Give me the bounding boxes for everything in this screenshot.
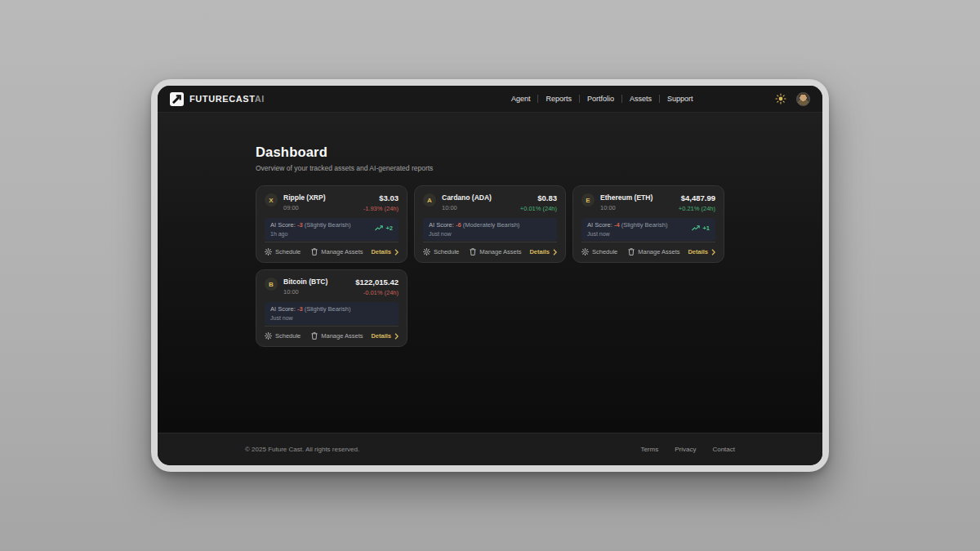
details-button[interactable]: Details: [529, 248, 557, 256]
trend-value: +1: [702, 224, 710, 232]
trending-up-icon: [375, 225, 383, 231]
footer: © 2025 Future Cast. All rights reserved.…: [158, 433, 822, 465]
manage-assets-button[interactable]: Manage Assets: [628, 248, 679, 256]
chevron-right-icon: [553, 249, 557, 256]
asset-price: $122,015.42: [355, 278, 399, 287]
asset-change: -0.01% (24h): [355, 289, 399, 296]
asset-price: $4,487.99: [679, 193, 715, 202]
footer-link-contact[interactable]: Contact: [712, 446, 735, 453]
card-actions: Schedule Manage Assets Details: [265, 242, 399, 256]
asset-meta: Bitcoin (BTC) 10:00: [283, 278, 327, 295]
main-content: Dashboard Overview of your tracked asset…: [158, 113, 822, 433]
manage-label: Manage Assets: [638, 248, 679, 256]
ai-sentiment: (Moderately Bearish): [463, 221, 520, 229]
ai-updated: 1h ago: [270, 231, 350, 237]
details-label: Details: [688, 248, 708, 256]
ai-score-line: AI Score: -3 (Slightly Bearish): [270, 221, 350, 229]
card-header: E Ethereum (ETH) 10:00 $4,487.99 +0.21% …: [581, 193, 715, 212]
ai-updated: Just now: [429, 231, 519, 237]
nav-item-support[interactable]: Support: [660, 95, 701, 103]
card-actions: Schedule Manage Assets Details: [581, 242, 715, 256]
chevron-right-icon: [711, 249, 715, 256]
chevron-right-icon: [394, 249, 399, 256]
trend-badge: +1: [692, 221, 710, 232]
footer-links: Terms Privacy Contact: [640, 446, 735, 453]
details-label: Details: [371, 248, 391, 256]
ai-score-block: AI Score: -3 (Slightly Bearish) 1h ago: [270, 221, 350, 237]
header-actions: [775, 92, 810, 106]
main-nav: Agent Reports Portfolio Assets Support: [504, 95, 701, 103]
schedule-label: Schedule: [275, 332, 301, 340]
asset-card: X Ripple (XRP) 09:00 $3.03 -1.93% (24h) …: [256, 185, 408, 263]
trend-badge: +2: [375, 221, 393, 232]
ai-score-label: AI Score:: [587, 221, 614, 229]
ai-score-line: AI Score: -6 (Moderately Bearish): [429, 221, 519, 229]
manage-label: Manage Assets: [479, 248, 521, 256]
card-header: B Bitcoin (BTC) 10:00 $122,015.42 -0.01%…: [265, 278, 399, 296]
asset-card: B Bitcoin (BTC) 10:00 $122,015.42 -0.01%…: [256, 269, 408, 347]
footer-link-terms[interactable]: Terms: [640, 446, 658, 453]
ai-score-value: -3: [297, 305, 303, 313]
ai-score-block: AI Score: -4 (Slightly Bearish) Just now: [587, 221, 667, 237]
nav-item-reports[interactable]: Reports: [538, 95, 579, 103]
asset-name: Ethereum (ETH): [600, 193, 653, 202]
details-button[interactable]: Details: [371, 248, 399, 256]
asset-name: Bitcoin (BTC): [283, 278, 327, 286]
schedule-button[interactable]: Schedule: [265, 248, 301, 256]
schedule-label: Schedule: [434, 248, 459, 256]
asset-change: -1.93% (24h): [363, 205, 399, 212]
cards-grid: X Ripple (XRP) 09:00 $3.03 -1.93% (24h) …: [256, 185, 724, 347]
manage-assets-button[interactable]: Manage Assets: [470, 248, 521, 256]
ai-score-block: AI Score: -6 (Moderately Bearish) Just n…: [429, 221, 519, 237]
manage-assets-button[interactable]: Manage Assets: [311, 248, 363, 256]
asset-initial-badge: B: [265, 278, 278, 291]
details-button[interactable]: Details: [371, 332, 399, 340]
schedule-button[interactable]: Schedule: [581, 248, 617, 256]
sun-icon[interactable]: [775, 93, 786, 104]
nav-item-agent[interactable]: Agent: [504, 95, 538, 103]
asset-change: +0.21% (24h): [679, 205, 715, 212]
app-window: FUTURECASTAI Agent Reports Portfolio Ass…: [158, 86, 822, 465]
schedule-button[interactable]: Schedule: [423, 248, 459, 256]
user-avatar[interactable]: [796, 92, 810, 106]
device-frame: FUTURECASTAI Agent Reports Portfolio Ass…: [151, 79, 829, 472]
price-block: $3.03 -1.93% (24h): [363, 193, 399, 212]
schedule-label: Schedule: [275, 248, 301, 256]
brand-logo[interactable]: FUTURECASTAI: [170, 92, 265, 106]
manage-assets-button[interactable]: Manage Assets: [311, 332, 363, 340]
schedule-label: Schedule: [592, 248, 617, 256]
brand-name: FUTURECASTAI: [189, 94, 265, 104]
ai-score-line: AI Score: -3 (Slightly Bearish): [270, 305, 350, 313]
ai-score-value: -3: [297, 221, 303, 229]
price-block: $4,487.99 +0.21% (24h): [679, 193, 715, 212]
manage-label: Manage Assets: [321, 332, 363, 340]
top-navigation-bar: FUTURECASTAI Agent Reports Portfolio Ass…: [158, 86, 822, 113]
page-subtitle: Overview of your tracked assets and AI-g…: [256, 164, 724, 172]
page-title: Dashboard: [256, 144, 724, 160]
trend-value: +2: [385, 224, 393, 232]
price-block: $0.83 +0.01% (24h): [520, 193, 557, 212]
schedule-button[interactable]: Schedule: [265, 332, 301, 340]
nav-item-assets[interactable]: Assets: [622, 95, 659, 103]
nav-item-portfolio[interactable]: Portfolio: [580, 95, 621, 103]
asset-name: Ripple (XRP): [283, 193, 325, 202]
ai-score-block: AI Score: -3 (Slightly Bearish) Just now: [270, 305, 350, 321]
card-actions: Schedule Manage Assets Details: [423, 242, 557, 256]
details-button[interactable]: Details: [688, 248, 715, 256]
card-actions: Schedule Manage Assets Details: [265, 327, 399, 340]
trending-up-icon: [692, 225, 700, 231]
trash-icon: [311, 332, 318, 340]
gear-icon: [265, 332, 272, 340]
price-block: $122,015.42 -0.01% (24h): [355, 278, 399, 296]
card-header: A Cardano (ADA) 10:00 $0.83 +0.01% (24h): [423, 193, 557, 212]
footer-link-privacy[interactable]: Privacy: [675, 446, 696, 453]
copyright-text: © 2025 Future Cast. All rights reserved.: [245, 446, 359, 453]
asset-time: 09:00: [283, 204, 325, 211]
asset-time: 10:00: [442, 204, 492, 211]
asset-initial-badge: A: [423, 193, 436, 207]
asset-time: 10:00: [283, 288, 327, 295]
ai-score-panel: AI Score: -3 (Slightly Bearish) 1h ago +…: [265, 218, 399, 241]
chevron-right-icon: [394, 333, 399, 340]
ai-sentiment: (Slightly Bearish): [621, 221, 668, 229]
ai-updated: Just now: [270, 315, 350, 321]
